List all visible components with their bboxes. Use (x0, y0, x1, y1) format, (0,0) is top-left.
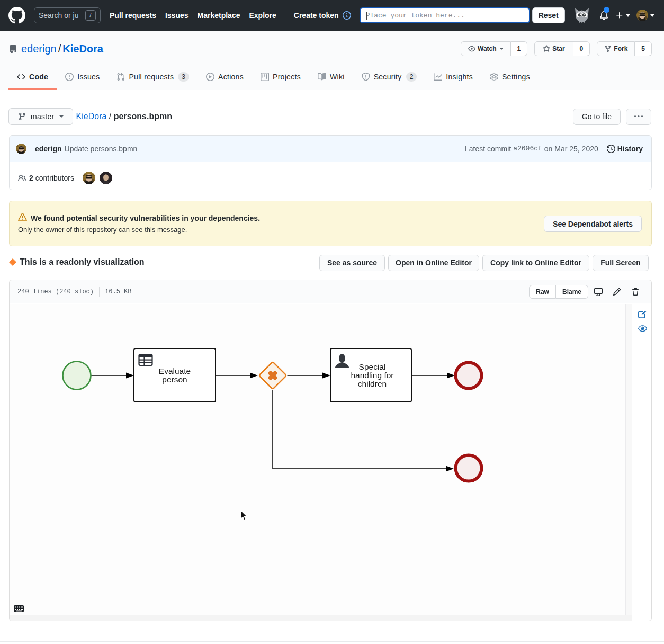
svg-text:handling for: handling for (351, 371, 393, 380)
svg-text:person: person (162, 375, 187, 384)
svg-text:Evaluate: Evaluate (159, 366, 191, 375)
svg-text:Special: Special (359, 362, 386, 371)
svg-text:children: children (358, 379, 387, 388)
